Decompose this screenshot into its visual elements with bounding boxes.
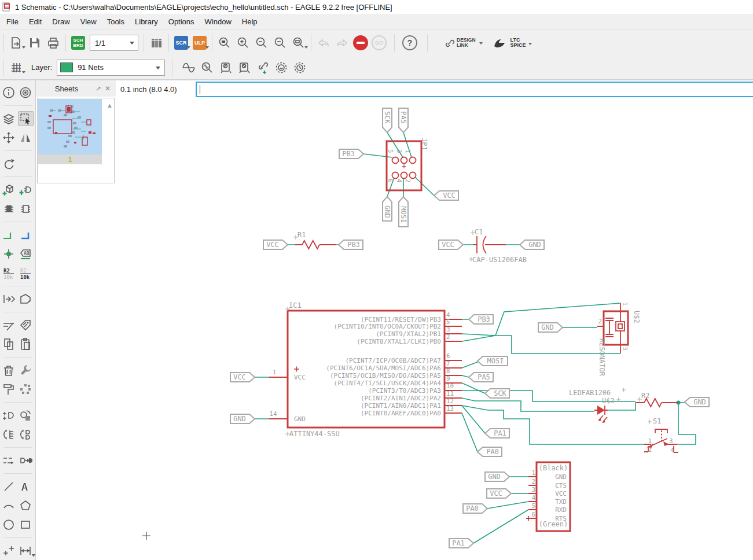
- menu-options[interactable]: Options: [163, 15, 200, 28]
- tool-net[interactable]: [1, 227, 17, 242]
- menu-window[interactable]: Window: [200, 15, 237, 28]
- tool-info[interactable]: [1, 85, 17, 100]
- component-ftdi[interactable]: (Black) (Green) 1 2 3 4 5 6 GND CTS VCC …: [526, 462, 570, 531]
- u2-value[interactable]: RESONATOR: [598, 338, 606, 377]
- led-triangle[interactable]: [597, 406, 605, 415]
- c1-value[interactable]: CAP-US1206FAB: [472, 256, 527, 264]
- tool-gateswap[interactable]: [18, 427, 34, 442]
- library-button[interactable]: [147, 34, 166, 52]
- simulate-button[interactable]: [179, 58, 198, 77]
- tool-replace[interactable]: [18, 408, 34, 423]
- menu-help[interactable]: Help: [237, 15, 263, 28]
- net-flag-gnd[interactable]: GND: [520, 240, 544, 249]
- tool-gate-add[interactable]: [1, 408, 17, 423]
- tool-add-gate[interactable]: [18, 182, 34, 197]
- scr-button[interactable]: SCR: [172, 34, 190, 52]
- tool-paste[interactable]: [18, 337, 34, 352]
- tool-change[interactable]: [18, 363, 34, 378]
- tool-split[interactable]: [1, 318, 17, 333]
- tool-gate-invoke[interactable]: [18, 453, 34, 468]
- tool-rect[interactable]: [18, 517, 34, 532]
- zoom-fit-button[interactable]: [215, 34, 234, 52]
- net-flag-gnd[interactable]: GND: [538, 323, 563, 332]
- net-flag-gnd[interactable]: GND: [383, 197, 392, 221]
- net-flag-pa0[interactable]: PA0: [477, 447, 502, 456]
- tool-bus[interactable]: [18, 227, 34, 242]
- save-button[interactable]: [25, 34, 44, 52]
- design-link-button[interactable]: DESIGNLINK: [444, 38, 483, 48]
- tool-add-part[interactable]: [1, 182, 17, 197]
- tool-value[interactable]: R210k: [18, 266, 34, 281]
- settings-button[interactable]: [291, 58, 309, 77]
- ulp-button[interactable]: ULP: [190, 34, 209, 52]
- tool-name[interactable]: R210k: [1, 266, 17, 281]
- c1-plates[interactable]: [477, 236, 486, 253]
- c1-ref[interactable]: C1: [475, 228, 483, 236]
- tool-line[interactable]: [1, 479, 17, 494]
- tool-move[interactable]: [1, 130, 17, 145]
- zoom-out-button[interactable]: [252, 34, 271, 52]
- scroll-up-icon[interactable]: ▲: [106, 102, 113, 109]
- component-u3-led[interactable]: LEDFAB1206 U$3: [569, 388, 626, 423]
- popout-icon[interactable]: ↗: [94, 84, 103, 93]
- tool-mirror[interactable]: [18, 130, 34, 145]
- tool-pinref[interactable]: [1, 292, 17, 307]
- print-button[interactable]: [44, 34, 63, 52]
- net-s1-pa-wires[interactable]: [462, 403, 696, 452]
- net-flag-vcc[interactable]: VCC: [434, 191, 458, 200]
- tool-arc[interactable]: [1, 498, 17, 513]
- menu-library[interactable]: Library: [130, 15, 163, 28]
- tool-layer-settings[interactable]: [1, 111, 17, 126]
- tool-dimension[interactable]: [1, 543, 17, 558]
- menu-view[interactable]: View: [75, 15, 102, 28]
- tool-group-select[interactable]: [18, 111, 34, 126]
- component-c1[interactable]: C1 CAP-US1206FAB: [469, 228, 527, 264]
- open-file-button[interactable]: [7, 34, 25, 52]
- undo-button[interactable]: [314, 34, 333, 52]
- schematic-drawing[interactable]: JP1 5 3 1 6 4 2 R1 C1 CAP-US1206FAB: [116, 98, 753, 560]
- stop-button[interactable]: [351, 34, 370, 52]
- tool-paint[interactable]: [1, 382, 17, 397]
- net-flag-vcc[interactable]: VCC: [439, 240, 463, 249]
- net-flag-vcc[interactable]: VCC: [263, 240, 288, 249]
- net-wires[interactable]: [255, 132, 696, 543]
- menu-file[interactable]: File: [1, 15, 24, 28]
- r2-zigzag[interactable]: [644, 399, 662, 407]
- go-button[interactable]: GO: [370, 34, 388, 52]
- help-button[interactable]: ?: [401, 34, 419, 52]
- tool-label[interactable]: AB: [18, 246, 34, 261]
- net-flag-gnd[interactable]: GND: [685, 397, 709, 407]
- command-input[interactable]: [196, 82, 753, 97]
- tool-smash[interactable]: [18, 382, 34, 397]
- sheet-number[interactable]: 1: [38, 154, 102, 164]
- ic1-ref[interactable]: IC1: [289, 301, 302, 310]
- component-u2-resonator[interactable]: U$2 RESONATOR 1 2 3: [597, 302, 641, 377]
- sheet-page-select[interactable]: 1/1: [90, 35, 138, 51]
- u2-ref[interactable]: U$2: [633, 311, 641, 323]
- tool-text[interactable]: A: [18, 479, 34, 494]
- ic1-value[interactable]: ATTINY44-SSU: [289, 430, 340, 438]
- add-probe-button[interactable]: [254, 58, 272, 77]
- meter-v-button[interactable]: [216, 58, 235, 77]
- schematic-canvas[interactable]: 0.1 inch (8.0 4.0): [116, 80, 753, 560]
- u3-ref[interactable]: U$3: [602, 397, 615, 405]
- tool-rotate[interactable]: [1, 156, 17, 171]
- tool-invoke[interactable]: [1, 453, 17, 468]
- jp1-ref[interactable]: JP1: [420, 138, 428, 150]
- net-flag-pa0[interactable]: PA0: [463, 504, 487, 513]
- net-flag-mosi[interactable]: MOSI: [399, 197, 408, 227]
- net-flag-pa5[interactable]: PA5: [399, 108, 408, 132]
- net-flags[interactable]: SCK PA5 PB3 GND MOSI VCC VCC PB3 VCC GND…: [230, 108, 709, 548]
- component-r1[interactable]: R1: [293, 231, 336, 249]
- net-flag-mosi[interactable]: MOSI: [477, 356, 508, 366]
- net-flag-pb3[interactable]: PB3: [469, 315, 493, 324]
- tool-delete[interactable]: [1, 363, 17, 378]
- sim-settings-button[interactable]: [272, 58, 291, 77]
- r1-zigzag[interactable]: [302, 241, 319, 249]
- menu-edit[interactable]: Edit: [24, 15, 47, 28]
- net-flag-vcc[interactable]: VCC: [230, 373, 255, 382]
- close-icon[interactable]: ✕: [103, 84, 112, 93]
- component-r2[interactable]: R2: [636, 392, 678, 407]
- menu-tools[interactable]: Tools: [102, 15, 130, 28]
- net-flag-pb3[interactable]: PB3: [339, 149, 363, 159]
